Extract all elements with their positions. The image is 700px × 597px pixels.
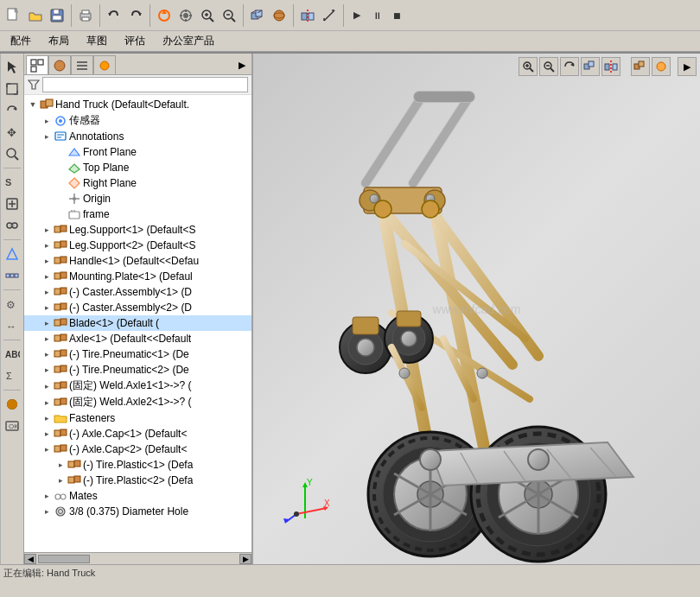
tab-feature-tree[interactable] xyxy=(26,55,48,74)
annotations-icon xyxy=(54,130,67,143)
scroll-right-btn[interactable]: ▶ xyxy=(239,554,251,564)
rebuild-btn[interactable] xyxy=(154,5,175,26)
print-btn[interactable] xyxy=(75,5,96,26)
tree-item-mates[interactable]: ▸ Mates xyxy=(24,488,251,504)
open-btn[interactable] xyxy=(25,5,46,26)
tab-config[interactable] xyxy=(71,55,93,74)
assembly-features-btn[interactable]: ⚙ xyxy=(2,294,22,314)
tree-item-leg-support2[interactable]: ▸ Leg.Support<2> (Default<S xyxy=(24,238,251,253)
move-component-btn[interactable]: ↔ xyxy=(2,315,22,336)
tree-item-tire-pneumatic2[interactable]: ▸ (-) Tire.Pneumatic<2> (De xyxy=(24,362,251,378)
mounting-plate1-expand[interactable]: ▸ xyxy=(40,270,54,283)
zoom-in-btn[interactable] xyxy=(197,5,218,26)
axle-cap1-expand[interactable]: ▸ xyxy=(40,427,54,441)
menu-buju[interactable]: 布局 xyxy=(40,32,78,50)
appearance-btn[interactable] xyxy=(2,394,22,415)
insert-component-btn[interactable] xyxy=(2,194,22,214)
tree-item-leg-support1[interactable]: ▸ Leg.Support<1> (Default<S xyxy=(24,222,251,238)
tree-item-caster-asm1[interactable]: ▸ (-) Caster.Assembly<1> (D xyxy=(24,284,251,300)
tree-item-front-plane[interactable]: Front Plane xyxy=(24,144,251,160)
abc-btn[interactable]: ABC xyxy=(2,344,22,365)
scrollbar-thumb[interactable] xyxy=(38,555,90,563)
tree-item-tire-pneumatic1[interactable]: ▸ (-) Tire.Pneumatic<1> (De xyxy=(24,346,251,362)
save-btn[interactable] xyxy=(47,5,67,26)
stop-btn[interactable]: ⏹ xyxy=(387,5,406,26)
linear-pattern-btn[interactable] xyxy=(2,265,22,286)
rotate-btn[interactable] xyxy=(2,100,22,121)
weld-axle1-expand[interactable]: ▸ xyxy=(40,379,54,393)
pause-btn[interactable]: ⏸ xyxy=(367,5,386,26)
horizontal-scrollbar[interactable]: ◀ ▶ xyxy=(24,552,251,564)
filter-input[interactable] xyxy=(42,77,248,92)
leg-support1-expand[interactable]: ▸ xyxy=(40,223,54,237)
tree-item-frame[interactable]: frame xyxy=(24,206,251,222)
new-btn[interactable] xyxy=(3,5,24,26)
blade1-expand[interactable]: ▸ xyxy=(40,316,54,330)
tree-item-axle-cap1[interactable]: ▸ (-) Axle.Cap<1> (Default< xyxy=(24,426,251,441)
axle1-expand[interactable]: ▸ xyxy=(40,332,54,346)
tire-pneumatic1-expand[interactable]: ▸ xyxy=(40,347,54,361)
tab-properties[interactable] xyxy=(48,55,71,74)
tire-plastic1-expand[interactable]: ▸ xyxy=(54,458,67,472)
zoom-out-btn[interactable] xyxy=(219,5,239,26)
redo-btn[interactable] xyxy=(125,5,146,26)
menu-pinggu[interactable]: 评估 xyxy=(116,32,154,50)
annotations-expand-icon[interactable]: ▸ xyxy=(40,130,54,143)
display-style-btn[interactable] xyxy=(269,5,290,26)
tree-root-item[interactable]: ▼ Hand Truck (Default<Default. xyxy=(24,97,251,112)
tree-item-sensor[interactable]: ▸ 传感器 xyxy=(24,112,251,129)
select-tool-btn[interactable] xyxy=(2,57,22,78)
evaluate-btn[interactable]: Σ xyxy=(2,365,22,386)
menu-office[interactable]: 办公室产品 xyxy=(154,32,223,50)
menu-peijian[interactable]: 配件 xyxy=(2,32,40,50)
zoom-fit-btn[interactable] xyxy=(2,79,22,99)
tab-appearance[interactable] xyxy=(93,55,116,74)
tree-item-top-plane[interactable]: Top Plane xyxy=(24,160,251,175)
tree-item-right-plane[interactable]: Right Plane xyxy=(24,175,251,191)
scroll-left-btn[interactable]: ◀ xyxy=(24,554,36,564)
tree-item-axle1[interactable]: ▸ Axle<1> (Default<<Default xyxy=(24,331,251,346)
pan-btn[interactable]: ✥ xyxy=(2,122,22,143)
measure-btn[interactable] xyxy=(319,5,340,26)
panel-tab-more[interactable]: ▶ xyxy=(234,55,250,74)
play-btn[interactable]: ▶ xyxy=(347,5,366,26)
menu-caotu[interactable]: 草图 xyxy=(78,32,116,50)
leg-support2-expand[interactable]: ▸ xyxy=(40,238,54,252)
reference-geometry-btn[interactable] xyxy=(2,244,22,264)
tree-item-weld-axle1[interactable]: ▸ (固定) Weld.Axle1<1>->? ( xyxy=(24,378,251,394)
tree-item-blade1[interactable]: ▸ Blade<1> (Default ( xyxy=(24,315,251,331)
mates-expand[interactable]: ▸ xyxy=(40,489,54,503)
tree-item-fasteners[interactable]: ▸ Fasteners xyxy=(24,410,251,426)
undo-btn[interactable] xyxy=(104,5,124,26)
hole-expand[interactable]: ▸ xyxy=(40,505,54,518)
options-btn[interactable] xyxy=(175,5,196,26)
tire-pneumatic2-icon xyxy=(54,363,67,377)
section-view-btn[interactable] xyxy=(297,5,318,26)
tree-item-handle1[interactable]: ▸ Handle<1> (Default<<Defau xyxy=(24,253,251,269)
tree-item-origin[interactable]: Origin xyxy=(24,191,251,206)
tree-item-weld-axle2[interactable]: ▸ (固定) Weld.Axle2<1>->? ( xyxy=(24,394,251,410)
mate-btn[interactable] xyxy=(2,215,22,236)
tree-item-axle-cap2[interactable]: ▸ (-) Axle.Cap<2> (Default< xyxy=(24,441,251,457)
sensor-expand-icon[interactable]: ▸ xyxy=(40,114,54,128)
tree-item-tire-plastic2[interactable]: ▸ (-) Tire.Plastic<2> (Defa xyxy=(24,473,251,488)
smart-dimension-btn[interactable]: S xyxy=(2,172,22,193)
root-expand-icon[interactable]: ▼ xyxy=(26,98,40,111)
tree-item-annotations[interactable]: ▸ Annotations xyxy=(24,129,251,144)
tree-item-hole-feature[interactable]: ▸ 3/8 (0.375) Diameter Hole xyxy=(24,504,251,519)
macro-btn[interactable]: OK xyxy=(2,416,22,436)
axle-cap2-expand[interactable]: ▸ xyxy=(40,442,54,456)
caster-asm2-expand[interactable]: ▸ xyxy=(40,301,54,314)
tree-item-tire-plastic1[interactable]: ▸ (-) Tire.Plastic<1> (Defa xyxy=(24,457,251,473)
tree-item-mounting-plate1[interactable]: ▸ Mounting.Plate<1> (Defaul xyxy=(24,269,251,284)
viewport[interactable]: ▶ xyxy=(253,54,700,564)
tree-item-caster-asm2[interactable]: ▸ (-) Caster.Assembly<2> (D xyxy=(24,300,251,315)
tire-plastic2-expand[interactable]: ▸ xyxy=(54,473,67,487)
zoom-btn[interactable] xyxy=(2,143,22,164)
view-orient-btn[interactable] xyxy=(247,5,268,26)
caster-asm1-expand[interactable]: ▸ xyxy=(40,285,54,299)
fasteners-expand[interactable]: ▸ xyxy=(40,411,54,425)
tire-pneumatic2-expand[interactable]: ▸ xyxy=(40,363,54,377)
weld-axle2-expand[interactable]: ▸ xyxy=(40,396,54,410)
handle1-expand[interactable]: ▸ xyxy=(40,254,54,268)
